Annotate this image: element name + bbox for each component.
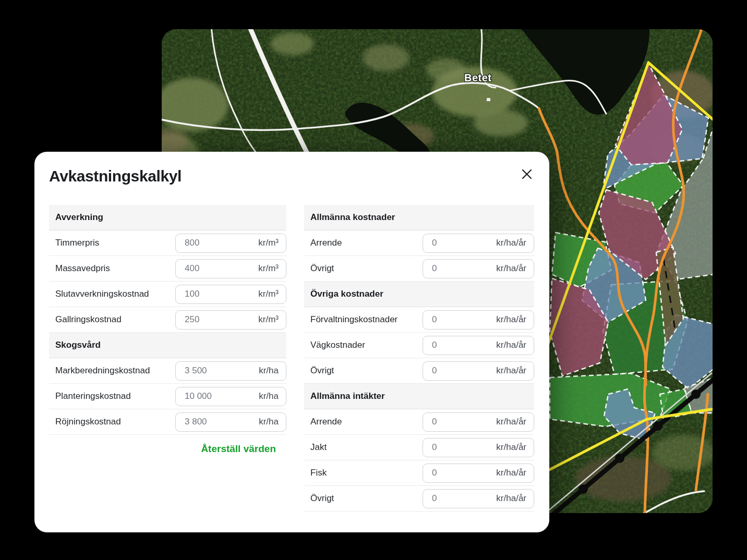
section-header: Allmänna kostnader	[304, 205, 534, 230]
value-input[interactable]: 0kr/ha/år	[423, 464, 534, 483]
close-icon	[521, 168, 533, 180]
calc-left-column: AvverkningTimmerpris800kr/m³Massavedpris…	[49, 205, 286, 512]
value-input[interactable]: 10 000kr/ha	[175, 387, 286, 406]
value-input[interactable]: 0kr/ha/år	[423, 259, 534, 278]
field-label: Vägkostnader	[310, 340, 365, 350]
field-row: Planteringskostnad10 000kr/ha	[49, 384, 286, 409]
field-row: Förvaltningskostnader0kr/ha/år	[304, 307, 534, 333]
field-label: Övrigt	[310, 366, 334, 376]
field-label: Jakt	[310, 442, 327, 453]
input-value: 3 500	[185, 366, 207, 376]
input-value: 100	[185, 289, 199, 299]
input-value: 0	[432, 493, 437, 504]
field-label: Gallringskostnad	[55, 314, 122, 325]
input-unit: kr/ha	[259, 366, 279, 376]
value-input[interactable]: 100kr/m³	[175, 285, 286, 304]
input-unit: kr/ha	[259, 391, 279, 401]
field-row: Övrigt0kr/ha/år	[304, 358, 534, 384]
input-value: 0	[432, 238, 437, 248]
section-header: Övriga kostnader	[304, 282, 534, 307]
modal-title: Avkastningskalkyl	[49, 167, 534, 185]
field-row: Gallringskostnad250kr/m³	[49, 307, 286, 333]
input-unit: kr/ha/år	[496, 493, 526, 504]
input-unit: kr/ha/år	[496, 340, 526, 350]
section-header: Avverkning	[49, 205, 286, 230]
reset-row: Återställ värden	[49, 435, 286, 463]
value-input[interactable]: 0kr/ha/år	[423, 489, 534, 508]
field-label: Fisk	[310, 468, 327, 478]
input-value: 400	[185, 263, 199, 274]
field-label: Röjningskostnad	[55, 417, 121, 427]
field-label: Övrigt	[310, 493, 334, 504]
field-label: Slutavverkningskostnad	[55, 289, 149, 299]
input-value: 0	[432, 366, 437, 376]
input-unit: kr/ha/år	[496, 417, 526, 427]
field-label: Massavedpris	[55, 263, 110, 274]
section-header: Allmänna intäkter	[304, 384, 534, 409]
place-label: Betet	[464, 72, 492, 83]
input-value: 0	[432, 263, 437, 274]
calculator-columns: AvverkningTimmerpris800kr/m³Massavedpris…	[49, 205, 534, 512]
input-value: 3 800	[185, 417, 207, 427]
value-input[interactable]: 800kr/m³	[175, 234, 286, 253]
input-value: 800	[185, 238, 199, 248]
field-row: Röjningskostnad3 800kr/ha	[49, 409, 286, 435]
value-input[interactable]: 0kr/ha/år	[423, 412, 534, 432]
input-unit: kr/m³	[258, 263, 279, 274]
input-unit: kr/ha/år	[496, 366, 526, 376]
input-unit: kr/ha/år	[496, 314, 526, 325]
input-value: 250	[185, 314, 199, 325]
reset-values-link[interactable]: Återställ värden	[201, 443, 276, 455]
input-unit: kr/m³	[258, 314, 279, 325]
input-unit: kr/ha/år	[496, 238, 526, 248]
input-value: 0	[432, 417, 437, 427]
input-value: 0	[432, 340, 437, 350]
value-input[interactable]: 0kr/ha/år	[423, 361, 534, 381]
value-input[interactable]: 0kr/ha/år	[423, 310, 534, 330]
calc-right-column: Allmänna kostnaderArrende0kr/ha/årÖvrigt…	[304, 205, 534, 512]
field-row: Arrende0kr/ha/år	[304, 409, 534, 435]
value-input[interactable]: 0kr/ha/år	[423, 336, 534, 355]
field-label: Arrende	[310, 417, 342, 427]
yield-calculation-modal: Avkastningskalkyl AvverkningTimmerpris80…	[34, 152, 549, 532]
field-row: Vägkostnader0kr/ha/år	[304, 333, 534, 358]
input-unit: kr/ha/år	[496, 442, 526, 453]
input-unit: kr/ha/år	[496, 468, 526, 478]
field-row: Övrigt0kr/ha/år	[304, 256, 534, 282]
field-row: Jakt0kr/ha/år	[304, 435, 534, 460]
field-row: Timmerpris800kr/m³	[49, 230, 286, 256]
field-label: Planteringskostnad	[55, 391, 131, 401]
value-input[interactable]: 0kr/ha/år	[423, 234, 534, 253]
input-unit: kr/m³	[258, 238, 279, 248]
value-input[interactable]: 400kr/m³	[175, 259, 286, 278]
input-value: 0	[432, 468, 437, 478]
field-row: Arrende0kr/ha/år	[304, 230, 534, 256]
field-row: Övrigt0kr/ha/år	[304, 486, 534, 512]
field-label: Övrigt	[310, 263, 334, 274]
field-row: Fisk0kr/ha/år	[304, 460, 534, 486]
close-button[interactable]	[519, 166, 535, 182]
field-label: Förvaltningskostnader	[310, 314, 397, 325]
field-row: Slutavverkningskostnad100kr/m³	[49, 282, 286, 307]
value-input[interactable]: 250kr/m³	[175, 310, 286, 330]
field-label: Timmerpris	[55, 238, 99, 248]
building	[487, 98, 490, 101]
field-label: Arrende	[310, 238, 342, 248]
input-unit: kr/m³	[258, 289, 279, 299]
field-row: Markberedningskostnad3 500kr/ha	[49, 358, 286, 384]
value-input[interactable]: 3 800kr/ha	[175, 412, 286, 432]
value-input[interactable]: 0kr/ha/år	[423, 438, 534, 457]
input-value: 10 000	[185, 391, 212, 401]
field-row: Massavedpris400kr/m³	[49, 256, 286, 282]
input-value: 0	[432, 314, 437, 325]
input-unit: kr/ha/år	[496, 263, 526, 274]
value-input[interactable]: 3 500kr/ha	[175, 361, 286, 381]
input-unit: kr/ha	[259, 417, 279, 427]
field-label: Markberedningskostnad	[55, 366, 150, 376]
section-header: Skogsvård	[49, 333, 286, 358]
input-value: 0	[432, 442, 437, 453]
